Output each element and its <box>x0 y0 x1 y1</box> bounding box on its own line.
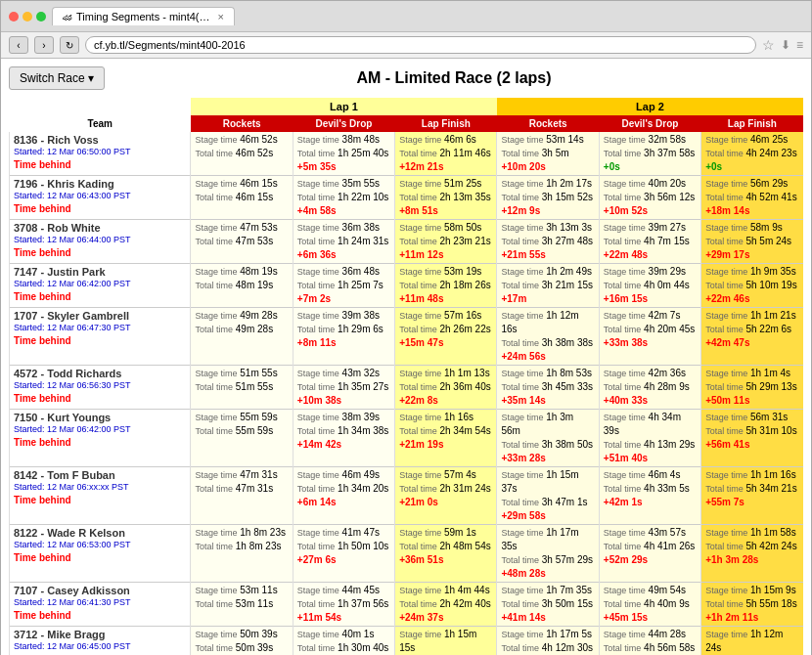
table-row: 4572 - Todd Richards Started: 12 Mar 06:… <box>10 366 804 410</box>
table-cell: Stage time 43m 57s Total time 4h 41m 26s… <box>599 525 700 583</box>
table-cell: Stage time 39m 27s Total time 4h 7m 15s … <box>599 220 700 264</box>
table-cell: Stage time 4h 34m 39s Total time 4h 13m … <box>599 410 700 467</box>
team-info-cell: 7196 - Khris Kading Started: 12 Mar 06:4… <box>10 176 191 220</box>
switch-race-label: Switch Race ▾ <box>20 71 94 85</box>
table-cell: Stage time 46m 6s Total time 2h 11m 46s … <box>395 132 497 176</box>
seg-lap-finish-1: Lap Finish <box>395 115 497 132</box>
table-cell: Stage time 38m 39s Total time 1h 34m 38s… <box>293 410 394 467</box>
url-bar[interactable] <box>85 36 756 54</box>
table-cell: Stage time 50m 39s Total time 50m 39s <box>191 627 293 656</box>
seg-lap-finish-2: Lap Finish <box>701 115 803 132</box>
table-cell: Stage time 49m 54s Total time 4h 40m 9s … <box>599 583 700 627</box>
menu-icon[interactable]: ≡ <box>796 38 803 52</box>
browser-tab[interactable]: 🏎 Timing Segments - mint4(… × <box>52 7 235 25</box>
table-cell: Stage time 1h 1m 58s Total time 5h 42m 2… <box>701 525 803 583</box>
table-cell: Stage time 40m 20s Total time 3h 56m 12s… <box>599 176 700 220</box>
table-cell: Stage time 1h 12m 16s Total time 3h 38m … <box>497 308 599 366</box>
table-cell: Stage time 42m 36s Total time 4h 28m 9s … <box>599 366 700 410</box>
browser-navbar: ‹ › ↻ ☆ ⬇ ≡ <box>1 32 811 59</box>
reload-button[interactable]: ↻ <box>60 36 79 54</box>
table-row: 7107 - Casey Adkisson Started: 12 Mar 06… <box>10 583 804 627</box>
table-cell: Stage time 1h 4m 44s Total time 2h 42m 4… <box>395 583 497 627</box>
minimize-button[interactable] <box>23 12 32 22</box>
back-button[interactable]: ‹ <box>9 36 28 54</box>
table-cell: Stage time 39m 38s Total time 1h 29m 6s … <box>293 308 394 366</box>
seg-rockets-2: Rockets <box>497 115 599 132</box>
table-cell: Stage time 51m 55s Total time 51m 55s <box>191 366 293 410</box>
table-cell: Stage time 41m 47s Total time 1h 50m 10s… <box>293 525 394 583</box>
table-cell: Stage time 1h 8m 53s Total time 3h 45m 3… <box>497 366 599 410</box>
switch-race-button[interactable]: Switch Race ▾ <box>9 66 105 90</box>
table-cell: Stage time 1h 7m 35s Total time 3h 50m 1… <box>497 583 599 627</box>
table-cell: Stage time 1h 2m 17s Total time 3h 15m 5… <box>497 176 599 220</box>
table-cell: Stage time 35m 55s Total time 1h 22m 10s… <box>293 176 394 220</box>
table-cell: Stage time 38m 48s Total time 1h 25m 40s… <box>293 132 394 176</box>
browser-titlebar: 🏎 Timing Segments - mint4(… × <box>1 1 811 32</box>
page-header: Switch Race ▾ AM - Limited Race (2 laps) <box>9 66 803 90</box>
table-cell: Stage time 40m 1s Total time 1h 30m 40s … <box>293 627 394 656</box>
table-cell: Stage time 43m 32s Total time 1h 35m 27s… <box>293 366 394 410</box>
table-cell: Stage time 1h 12m 24s Total time 6h 9m 2… <box>701 627 803 656</box>
close-button[interactable] <box>9 12 19 22</box>
table-cell: Stage time 44m 28s Total time 4h 56m 58s… <box>599 627 700 656</box>
seg-rockets-1: Rockets <box>191 115 293 132</box>
lap2-header: Lap 2 <box>497 98 803 115</box>
team-info-cell: 8142 - Tom F Buban Started: 12 Mar 06:xx… <box>10 467 191 525</box>
seg-devils-drop-1: Devil's Drop <box>293 115 394 132</box>
table-cell: Stage time 46m 49s Total time 1h 34m 20s… <box>293 467 394 525</box>
window-controls <box>9 12 46 22</box>
table-cell: Stage time 1h 1m 4s Total time 5h 29m 13… <box>701 366 803 410</box>
table-cell: Stage time 46m 25s Total time 4h 24m 23s… <box>701 132 803 176</box>
table-cell: Stage time 46m 52s Total time 46m 52s <box>191 132 293 176</box>
table-cell: Stage time 1h 16s Total time 2h 34m 54s … <box>395 410 497 467</box>
table-row: 7150 - Kurt Youngs Started: 12 Mar 06:42… <box>10 410 804 467</box>
table-cell: Stage time 1h 1m 16s Total time 5h 34m 2… <box>701 467 803 525</box>
team-info-cell: 1707 - Skyler Gambrell Started: 12 Mar 0… <box>10 308 191 366</box>
seg-devils-drop-2: Devil's Drop <box>599 115 700 132</box>
browser-window: 🏎 Timing Segments - mint4(… × ‹ › ↻ ☆ ⬇ … <box>0 0 812 655</box>
forward-button[interactable]: › <box>34 36 54 54</box>
tab-label: Timing Segments - mint4(… <box>76 11 210 22</box>
team-info-cell: 8122 - Wade R Kelson Started: 12 Mar 06:… <box>10 525 191 583</box>
download-icon: ⬇ <box>781 38 790 52</box>
table-cell: Stage time 42m 7s Total time 4h 20m 45s … <box>599 308 700 366</box>
table-cell: Stage time 1h 1m 21s Total time 5h 22m 6… <box>701 308 803 366</box>
table-cell: Stage time 44m 45s Total time 1h 37m 56s… <box>293 583 394 627</box>
table-cell: Stage time 46m 15s Total time 46m 15s <box>191 176 293 220</box>
team-info-cell: 8136 - Rich Voss Started: 12 Mar 06:50:0… <box>10 132 191 176</box>
table-cell: Stage time 53m 11s Total time 53m 11s <box>191 583 293 627</box>
team-info-cell: 7150 - Kurt Youngs Started: 12 Mar 06:42… <box>10 410 191 467</box>
table-cell: Stage time 49m 28s Total time 49m 28s <box>191 308 293 366</box>
table-row: 3708 - Rob White Started: 12 Mar 06:44:0… <box>10 220 804 264</box>
segment-header-row: Team Rockets Devil's Drop Lap Finish Roc… <box>10 115 804 132</box>
bookmark-icon[interactable]: ☆ <box>762 37 775 53</box>
table-cell: Stage time 57m 16s Total time 2h 26m 22s… <box>395 308 497 366</box>
page-title: AM - Limited Race (2 laps) <box>105 69 803 87</box>
table-cell: Stage time 32m 58s Total time 3h 37m 58s… <box>599 132 700 176</box>
table-cell: Stage time 36m 48s Total time 1h 25m 7s … <box>293 264 394 308</box>
table-cell: Stage time 47m 31s Total time 47m 31s <box>191 467 293 525</box>
page-content: Switch Race ▾ AM - Limited Race (2 laps)… <box>1 59 811 655</box>
team-header: Team <box>10 115 191 132</box>
maximize-button[interactable] <box>36 12 46 22</box>
table-cell: Stage time 1h 2m 49s Total time 3h 21m 1… <box>497 264 599 308</box>
table-cell: Stage time 58m 50s Total time 2h 23m 21s… <box>395 220 497 264</box>
table-row: 7147 - Justin Park Started: 12 Mar 06:42… <box>10 264 804 308</box>
table-cell: Stage time 3h 13m 3s Total time 3h 27m 4… <box>497 220 599 264</box>
table-cell: Stage time 57m 4s Total time 2h 31m 24s … <box>395 467 497 525</box>
table-cell: Stage time 58m 9s Total time 5h 5m 24s +… <box>701 220 803 264</box>
table-cell: Stage time 1h 15m 9s Total time 5h 55m 1… <box>701 583 803 627</box>
table-cell: Stage time 56m 31s Total time 5h 31m 10s… <box>701 410 803 467</box>
team-col-header <box>10 98 191 115</box>
table-row: 8122 - Wade R Kelson Started: 12 Mar 06:… <box>10 525 804 583</box>
team-info-cell: 4572 - Todd Richards Started: 12 Mar 06:… <box>10 366 191 410</box>
table-row: 7196 - Khris Kading Started: 12 Mar 06:4… <box>10 176 804 220</box>
table-row: 1707 - Skyler Gambrell Started: 12 Mar 0… <box>10 308 804 366</box>
table-cell: Stage time 53m 14s Total time 3h 5m +10m… <box>497 132 599 176</box>
lap-header-row: Lap 1 Lap 2 <box>10 98 804 115</box>
table-cell: Stage time 55m 59s Total time 55m 59s <box>191 410 293 467</box>
timing-table: Lap 1 Lap 2 Team Rockets Devil's Drop La… <box>9 98 803 655</box>
table-cell: Stage time 59m 1s Total time 2h 48m 54s … <box>395 525 497 583</box>
table-cell: Stage time 1h 15m 15s Total time 2h 55m … <box>395 627 497 656</box>
team-info-cell: 7107 - Casey Adkisson Started: 12 Mar 06… <box>10 583 191 627</box>
